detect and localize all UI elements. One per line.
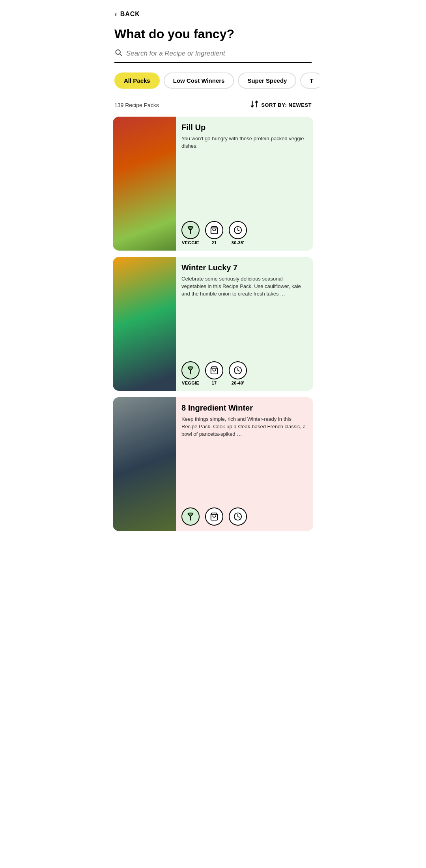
card-title-fill-up: Fill Up: [181, 123, 308, 132]
search-bar: [114, 48, 312, 63]
badge-clock-winter-lucky-7: 20-40': [229, 361, 247, 385]
recipe-cards-list: Fill UpYou won't go hungry with these pr…: [106, 117, 320, 531]
card-desc-fill-up: You won't go hungry with these protein-p…: [181, 135, 308, 216]
filter-chip-tab4[interactable]: T: [300, 72, 320, 89]
card-image-fill-up: [113, 117, 176, 251]
badge-clock-8-ingredient-winter: [229, 507, 247, 526]
header: ‹ BACK: [106, 0, 320, 23]
badge-label-veggie: VEGGIE: [182, 381, 199, 385]
badge-circle-clock: [229, 507, 247, 526]
recipe-card-fill-up[interactable]: Fill UpYou won't go hungry with these pr…: [113, 117, 313, 251]
badge-circle-basket: [205, 507, 223, 526]
filter-chip-low-cost[interactable]: Low Cost Winners: [164, 72, 234, 89]
badge-basket-8-ingredient-winter: [205, 507, 223, 526]
badge-label-basket: 21: [212, 240, 217, 245]
badge-label-clock: 20-40': [232, 381, 245, 385]
back-arrow-icon[interactable]: ‹: [114, 9, 117, 19]
badge-circle-clock: [229, 361, 247, 379]
badge-basket-fill-up: 21: [205, 221, 223, 245]
card-title-winter-lucky-7: Winter Lucky 7: [181, 263, 308, 272]
page-title: What do you fancy?: [106, 23, 320, 48]
badge-circle-basket: [205, 221, 223, 239]
badge-veggie-winter-lucky-7: VEGGIE: [181, 361, 200, 385]
badge-veggie-fill-up: VEGGIE: [181, 221, 200, 245]
card-content-winter-lucky-7: Winter Lucky 7Celebrate some seriously d…: [176, 257, 313, 391]
sort-button[interactable]: SORT BY: NEWEST: [250, 100, 312, 110]
search-input[interactable]: [126, 50, 312, 58]
badge-label-basket: 17: [212, 381, 217, 385]
card-content-fill-up: Fill UpYou won't go hungry with these pr…: [176, 117, 313, 251]
badges-row-winter-lucky-7: VEGGIE 17 20-40': [181, 361, 308, 385]
card-content-8-ingredient-winter: 8 Ingredient WinterKeep things simple, r…: [176, 397, 313, 531]
sort-bar: 139 Recipe Packs SORT BY: NEWEST: [106, 96, 320, 117]
back-button[interactable]: BACK: [120, 11, 140, 18]
svg-line-1: [120, 54, 122, 56]
search-icon: [114, 48, 122, 58]
badge-circle-basket: [205, 361, 223, 379]
badge-label-clock: 30-35': [232, 240, 245, 245]
card-desc-winter-lucky-7: Celebrate some seriously delicious seaso…: [181, 275, 308, 356]
badge-basket-winter-lucky-7: 17: [205, 361, 223, 385]
badge-clock-fill-up: 30-35': [229, 221, 247, 245]
badges-row-8-ingredient-winter: [181, 507, 308, 526]
sort-icon: [250, 100, 259, 110]
card-title-8-ingredient-winter: 8 Ingredient Winter: [181, 403, 308, 413]
badge-circle-leaf: [181, 507, 200, 526]
card-image-winter-lucky-7: [113, 257, 176, 391]
badge-label-veggie: VEGGIE: [182, 240, 199, 245]
badge-leaf-8-ingredient-winter: [181, 507, 200, 526]
badge-circle-clock: [229, 221, 247, 239]
recipe-count: 139 Recipe Packs: [114, 102, 159, 108]
recipe-card-winter-lucky-7[interactable]: Winter Lucky 7Celebrate some seriously d…: [113, 257, 313, 391]
badge-circle-veggie: [181, 221, 200, 239]
filter-chips-row: All PacksLow Cost WinnersSuper SpeedyT: [106, 72, 320, 96]
filter-chip-all-packs[interactable]: All Packs: [114, 72, 160, 89]
recipe-card-8-ingredient-winter[interactable]: 8 Ingredient WinterKeep things simple, r…: [113, 397, 313, 531]
card-desc-8-ingredient-winter: Keep things simple, rich and Winter-read…: [181, 416, 308, 502]
badge-circle-veggie: [181, 361, 200, 379]
filter-chip-super-speedy[interactable]: Super Speedy: [238, 72, 296, 89]
card-image-8-ingredient-winter: [113, 397, 176, 531]
badges-row-fill-up: VEGGIE 21 30-35': [181, 221, 308, 245]
sort-label: SORT BY: NEWEST: [261, 102, 312, 108]
